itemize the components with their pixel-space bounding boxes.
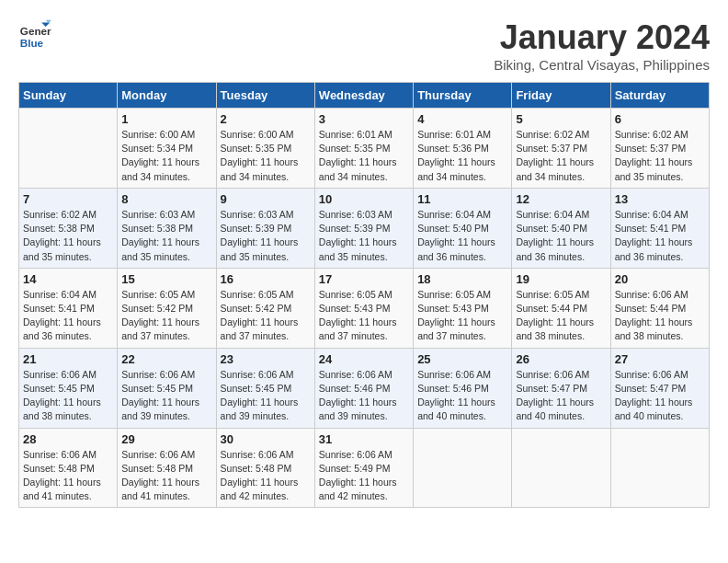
calendar-cell [19,109,118,189]
day-number: 31 [319,432,409,446]
day-number: 6 [615,112,705,126]
day-number: 8 [121,192,211,206]
day-number: 27 [615,352,705,366]
day-detail: Sunrise: 6:06 AMSunset: 5:46 PMDaylight:… [319,368,409,424]
day-number: 24 [319,352,409,366]
day-number: 29 [121,432,211,446]
calendar-cell: 11Sunrise: 6:04 AMSunset: 5:40 PMDayligh… [414,188,512,268]
column-header-monday: Monday [118,83,216,109]
day-number: 17 [319,272,409,286]
day-detail: Sunrise: 6:04 AMSunset: 5:41 PMDaylight:… [23,288,113,344]
calendar-cell: 12Sunrise: 6:04 AMSunset: 5:40 PMDayligh… [512,188,610,268]
day-number: 12 [516,192,606,206]
day-number: 28 [23,432,113,446]
calendar-cell: 30Sunrise: 6:06 AMSunset: 5:48 PMDayligh… [216,428,314,508]
calendar-subtitle: Biking, Central Visayas, Philippines [494,57,710,73]
calendar-table: SundayMondayTuesdayWednesdayThursdayFrid… [18,82,710,508]
day-detail: Sunrise: 6:00 AMSunset: 5:35 PMDaylight:… [221,128,311,184]
day-number: 9 [221,192,311,206]
day-number: 25 [417,352,507,366]
calendar-cell: 15Sunrise: 6:05 AMSunset: 5:42 PMDayligh… [118,268,216,348]
day-detail: Sunrise: 6:03 AMSunset: 5:39 PMDaylight:… [221,208,311,264]
title-block: January 2024 Biking, Central Visayas, Ph… [494,18,710,73]
day-detail: Sunrise: 6:04 AMSunset: 5:41 PMDaylight:… [615,208,705,264]
day-number: 21 [23,352,113,366]
day-detail: Sunrise: 6:03 AMSunset: 5:38 PMDaylight:… [121,208,211,264]
day-detail: Sunrise: 6:06 AMSunset: 5:48 PMDaylight:… [221,448,311,504]
calendar-week-row: 28Sunrise: 6:06 AMSunset: 5:48 PMDayligh… [19,428,710,508]
day-detail: Sunrise: 6:00 AMSunset: 5:34 PMDaylight:… [121,128,211,184]
day-detail: Sunrise: 6:01 AMSunset: 5:35 PMDaylight:… [319,128,409,184]
calendar-cell: 31Sunrise: 6:06 AMSunset: 5:49 PMDayligh… [314,428,413,508]
calendar-cell: 9Sunrise: 6:03 AMSunset: 5:39 PMDaylight… [216,188,314,268]
calendar-cell: 20Sunrise: 6:06 AMSunset: 5:44 PMDayligh… [610,268,709,348]
day-detail: Sunrise: 6:02 AMSunset: 5:38 PMDaylight:… [23,208,113,264]
day-detail: Sunrise: 6:02 AMSunset: 5:37 PMDaylight:… [516,128,606,184]
day-detail: Sunrise: 6:06 AMSunset: 5:45 PMDaylight:… [121,368,211,424]
calendar-week-row: 7Sunrise: 6:02 AMSunset: 5:38 PMDaylight… [19,188,710,268]
day-number: 23 [221,352,311,366]
calendar-cell: 28Sunrise: 6:06 AMSunset: 5:48 PMDayligh… [19,428,118,508]
calendar-cell: 16Sunrise: 6:05 AMSunset: 5:42 PMDayligh… [216,268,314,348]
calendar-cell: 1Sunrise: 6:00 AMSunset: 5:34 PMDaylight… [118,109,216,189]
day-detail: Sunrise: 6:03 AMSunset: 5:39 PMDaylight:… [319,208,409,264]
column-header-thursday: Thursday [414,83,512,109]
calendar-week-row: 21Sunrise: 6:06 AMSunset: 5:45 PMDayligh… [19,348,710,428]
day-detail: Sunrise: 6:06 AMSunset: 5:44 PMDaylight:… [615,288,705,344]
day-detail: Sunrise: 6:02 AMSunset: 5:37 PMDaylight:… [615,128,705,184]
calendar-cell: 14Sunrise: 6:04 AMSunset: 5:41 PMDayligh… [19,268,118,348]
day-detail: Sunrise: 6:06 AMSunset: 5:45 PMDaylight:… [221,368,311,424]
day-number: 22 [121,352,211,366]
calendar-cell: 27Sunrise: 6:06 AMSunset: 5:47 PMDayligh… [610,348,709,428]
calendar-cell: 23Sunrise: 6:06 AMSunset: 5:45 PMDayligh… [216,348,314,428]
calendar-cell: 19Sunrise: 6:05 AMSunset: 5:44 PMDayligh… [512,268,610,348]
page-header: General Blue January 2024 Biking, Centra… [18,18,710,73]
calendar-cell: 3Sunrise: 6:01 AMSunset: 5:35 PMDaylight… [314,109,413,189]
day-detail: Sunrise: 6:04 AMSunset: 5:40 PMDaylight:… [516,208,606,264]
logo: General Blue [18,18,51,52]
calendar-cell: 2Sunrise: 6:00 AMSunset: 5:35 PMDaylight… [216,109,314,189]
column-header-wednesday: Wednesday [314,83,413,109]
calendar-week-row: 14Sunrise: 6:04 AMSunset: 5:41 PMDayligh… [19,268,710,348]
day-detail: Sunrise: 6:05 AMSunset: 5:42 PMDaylight:… [221,288,311,344]
day-detail: Sunrise: 6:06 AMSunset: 5:45 PMDaylight:… [23,368,113,424]
day-number: 2 [221,112,311,126]
day-detail: Sunrise: 6:06 AMSunset: 5:48 PMDaylight:… [23,448,113,504]
calendar-cell: 6Sunrise: 6:02 AMSunset: 5:37 PMDaylight… [610,109,709,189]
day-detail: Sunrise: 6:06 AMSunset: 5:47 PMDaylight:… [516,368,606,424]
logo-icon: General Blue [18,18,51,52]
day-number: 5 [516,112,606,126]
day-detail: Sunrise: 6:04 AMSunset: 5:40 PMDaylight:… [417,208,507,264]
day-detail: Sunrise: 6:05 AMSunset: 5:43 PMDaylight:… [417,288,507,344]
day-detail: Sunrise: 6:06 AMSunset: 5:48 PMDaylight:… [121,448,211,504]
calendar-header-row: SundayMondayTuesdayWednesdayThursdayFrid… [19,83,710,109]
day-detail: Sunrise: 6:05 AMSunset: 5:43 PMDaylight:… [319,288,409,344]
calendar-cell: 26Sunrise: 6:06 AMSunset: 5:47 PMDayligh… [512,348,610,428]
column-header-tuesday: Tuesday [216,83,314,109]
column-header-sunday: Sunday [19,83,118,109]
calendar-cell: 24Sunrise: 6:06 AMSunset: 5:46 PMDayligh… [314,348,413,428]
day-number: 18 [417,272,507,286]
calendar-cell: 4Sunrise: 6:01 AMSunset: 5:36 PMDaylight… [414,109,512,189]
calendar-cell [414,428,512,508]
calendar-title: January 2024 [494,18,710,57]
day-detail: Sunrise: 6:06 AMSunset: 5:49 PMDaylight:… [319,448,409,504]
day-detail: Sunrise: 6:06 AMSunset: 5:47 PMDaylight:… [615,368,705,424]
svg-text:Blue: Blue [20,37,44,49]
column-header-friday: Friday [512,83,610,109]
day-number: 26 [516,352,606,366]
calendar-cell: 13Sunrise: 6:04 AMSunset: 5:41 PMDayligh… [610,188,709,268]
day-number: 20 [615,272,705,286]
day-number: 10 [319,192,409,206]
calendar-cell: 7Sunrise: 6:02 AMSunset: 5:38 PMDaylight… [19,188,118,268]
day-number: 11 [417,192,507,206]
calendar-cell: 25Sunrise: 6:06 AMSunset: 5:46 PMDayligh… [414,348,512,428]
day-detail: Sunrise: 6:06 AMSunset: 5:46 PMDaylight:… [417,368,507,424]
day-number: 14 [23,272,113,286]
day-number: 15 [121,272,211,286]
calendar-cell [512,428,610,508]
day-detail: Sunrise: 6:01 AMSunset: 5:36 PMDaylight:… [417,128,507,184]
day-number: 1 [121,112,211,126]
calendar-cell: 29Sunrise: 6:06 AMSunset: 5:48 PMDayligh… [118,428,216,508]
calendar-cell: 10Sunrise: 6:03 AMSunset: 5:39 PMDayligh… [314,188,413,268]
